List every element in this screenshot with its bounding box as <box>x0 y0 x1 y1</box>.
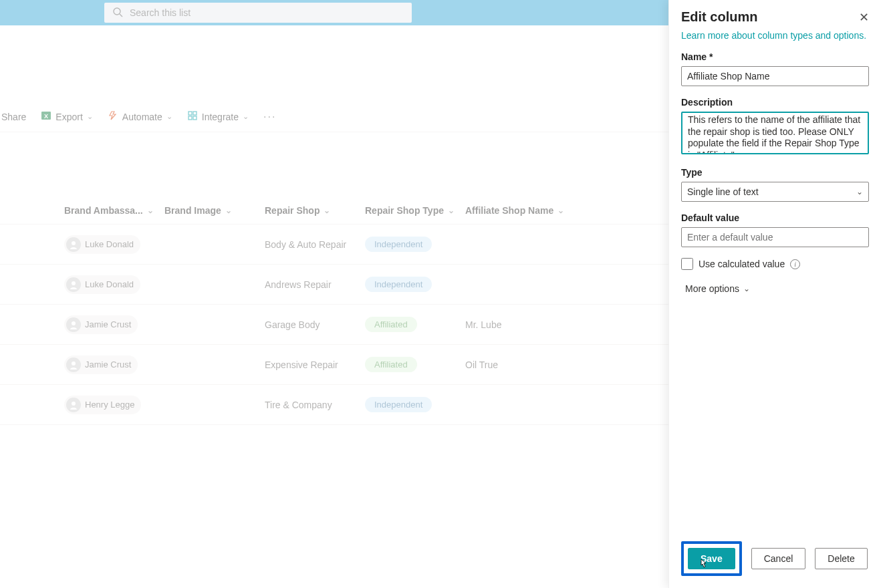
search-input[interactable] <box>130 7 404 18</box>
shop-type-pill: Affiliated <box>365 357 417 372</box>
svg-point-12 <box>72 402 76 406</box>
svg-rect-4 <box>188 112 192 115</box>
chevron-down-icon: ⌄ <box>324 206 330 215</box>
chevron-down-icon: ⌄ <box>147 206 154 215</box>
chevron-down-icon: ⌄ <box>243 112 249 121</box>
search-box[interactable] <box>104 3 412 23</box>
search-icon <box>112 7 123 19</box>
chevron-down-icon: ⌄ <box>856 187 863 196</box>
info-icon[interactable]: i <box>790 259 800 269</box>
default-value-label: Default value <box>681 212 869 223</box>
persona-name: Jamie Crust <box>85 359 131 370</box>
col-label: Brand Image <box>164 205 221 216</box>
repair-shop-cell: Body & Auto Repair <box>265 239 365 250</box>
excel-icon: X <box>41 110 51 123</box>
automate-button[interactable]: Automate ⌄ <box>108 110 172 123</box>
name-label: Name * <box>681 51 869 62</box>
export-button[interactable]: X Export ⌄ <box>41 110 92 123</box>
export-label: Export <box>55 112 82 122</box>
svg-point-10 <box>72 321 76 325</box>
persona-pill[interactable]: Luke Donald <box>64 275 140 294</box>
col-repair-shop-type[interactable]: Repair Shop Type ⌄ <box>365 205 465 216</box>
persona-pill[interactable]: Jamie Crust <box>64 355 138 374</box>
affiliate-cell: Mr. Lube <box>465 319 592 330</box>
shop-type-pill: Independent <box>365 397 432 412</box>
avatar-icon <box>66 237 81 252</box>
more-options-label: More options <box>685 283 739 294</box>
integrate-button[interactable]: Integrate ⌄ <box>187 110 249 123</box>
description-textarea[interactable]: This refers to the name of the affiliate… <box>681 112 869 154</box>
svg-point-11 <box>72 361 76 365</box>
svg-point-0 <box>114 8 120 15</box>
svg-point-9 <box>72 281 76 285</box>
svg-text:X: X <box>44 113 48 120</box>
description-label: Description <box>681 97 869 108</box>
shop-type-pill: Independent <box>365 237 432 252</box>
more-options-toggle[interactable]: More options ⌄ <box>685 283 869 294</box>
persona-pill[interactable]: Henry Legge <box>64 396 141 414</box>
shop-type-pill: Independent <box>365 277 432 292</box>
shop-type-pill: Affiliated <box>365 317 417 332</box>
svg-point-8 <box>72 241 76 245</box>
panel-title: Edit column <box>681 9 757 25</box>
automate-icon <box>108 110 118 123</box>
svg-line-1 <box>120 14 122 17</box>
chevron-down-icon: ⌄ <box>225 206 232 215</box>
repair-shop-cell: Tire & Company <box>265 400 365 410</box>
affiliate-cell: Oil True <box>465 359 592 370</box>
chevron-down-icon: ⌄ <box>557 206 564 215</box>
avatar-icon <box>66 277 81 292</box>
type-value: Single line of text <box>687 186 759 197</box>
avatar-icon <box>66 317 81 332</box>
chevron-down-icon: ⌄ <box>743 284 750 293</box>
use-calculated-label: Use calculated value <box>699 259 785 269</box>
svg-rect-6 <box>188 116 192 120</box>
learn-more-link[interactable]: Learn more about column types and option… <box>681 30 866 41</box>
chevron-down-icon: ⌄ <box>448 206 455 215</box>
svg-rect-5 <box>193 112 197 115</box>
svg-rect-7 <box>193 116 197 120</box>
persona-pill[interactable]: Luke Donald <box>64 235 140 254</box>
repair-shop-cell: Expensive Repair <box>265 359 365 370</box>
col-label: Repair Shop Type <box>365 205 444 216</box>
col-brand-image[interactable]: Brand Image ⌄ <box>164 205 265 216</box>
save-button[interactable]: Save <box>688 548 735 569</box>
col-repair-shop[interactable]: Repair Shop ⌄ <box>265 205 365 216</box>
chevron-down-icon: ⌄ <box>166 112 172 121</box>
persona-name: Luke Donald <box>85 239 134 249</box>
col-affiliate-shop-name[interactable]: Affiliate Shop Name ⌄ <box>465 205 592 216</box>
repair-shop-cell: Garage Body <box>265 319 365 330</box>
edit-column-panel: Edit column ✕ Learn more about column ty… <box>668 0 881 588</box>
overflow-menu[interactable]: ··· <box>263 111 276 123</box>
persona-name: Jamie Crust <box>85 319 131 329</box>
avatar-icon <box>66 357 81 372</box>
col-label: Brand Ambassa... <box>64 205 143 216</box>
panel-footer: Save Cancel Delete <box>669 533 881 588</box>
type-label: Type <box>681 167 869 178</box>
integrate-label: Integrate <box>202 112 239 122</box>
col-brand-ambassador[interactable]: Brand Ambassa... ⌄ <box>64 205 164 216</box>
delete-button[interactable]: Delete <box>815 548 867 569</box>
close-icon[interactable]: ✕ <box>859 11 869 23</box>
share-label: Share <box>1 112 26 122</box>
avatar-icon <box>66 398 81 412</box>
chevron-down-icon: ⌄ <box>87 112 93 121</box>
save-label: Save <box>701 553 723 564</box>
type-select[interactable]: Single line of text ⌄ <box>681 182 869 202</box>
name-input[interactable] <box>681 66 869 86</box>
save-highlight: Save <box>681 541 742 576</box>
share-button[interactable]: Share <box>1 112 26 122</box>
persona-pill[interactable]: Jamie Crust <box>64 315 138 334</box>
integrate-icon <box>187 110 198 123</box>
automate-label: Automate <box>122 112 162 122</box>
default-value-input[interactable] <box>681 227 869 247</box>
repair-shop-cell: Andrews Repair <box>265 279 365 290</box>
col-label: Affiliate Shop Name <box>465 205 553 216</box>
use-calculated-checkbox[interactable] <box>681 258 693 270</box>
cancel-button[interactable]: Cancel <box>751 548 806 569</box>
persona-name: Henry Legge <box>85 400 134 410</box>
persona-name: Luke Donald <box>85 279 134 289</box>
col-label: Repair Shop <box>265 205 320 216</box>
